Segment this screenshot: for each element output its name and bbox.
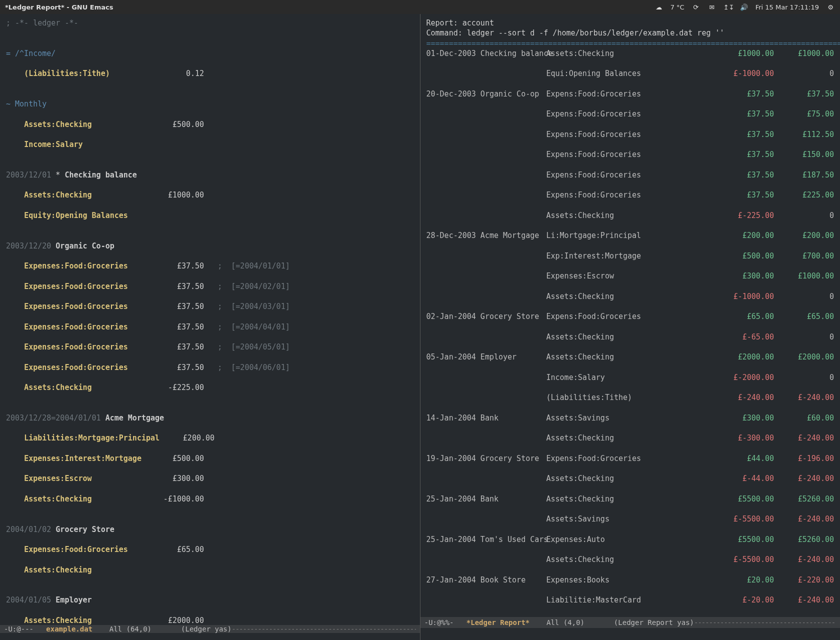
report-row: Expens:Food:Groceries£37.50£75.00 (426, 109, 834, 119)
minibuffer[interactable] (0, 633, 420, 640)
report-row: Exp:Interest:Mortgage£500.00£700.00 (426, 251, 834, 261)
report-row: Assets:Checking£-44.00£-240.00 (426, 474, 834, 484)
ledger-report-buffer[interactable]: Report: account Command: ledger --sort d… (420, 14, 840, 617)
mail-icon[interactable]: ✉ (708, 4, 716, 11)
report-row: Expens:Food:Groceries£37.50£112.50 (426, 130, 834, 140)
modeline-fill: ----------------------------------------… (694, 618, 836, 626)
report-row: Expens:Food:Groceries£37.50£150.00 (426, 150, 834, 160)
report-row: Income:Salary£-2000.000 (426, 372, 834, 382)
power-icon[interactable]: ⚙ (826, 4, 835, 11)
report-row: 28-Dec-2003 Acme MortgageLi:Mortgage:Pri… (426, 230, 834, 240)
report-row: Assets:Savings£-5500.00£-240.00 (426, 514, 834, 524)
weather-icon: ☁ (654, 4, 664, 11)
report-row: 19-Jan-2004 Grocery StoreExpens:Food:Gro… (426, 454, 834, 464)
modeline-status: -U:@--- (4, 625, 34, 633)
modeline-pos: All (4,0) (546, 618, 584, 626)
refresh-icon[interactable]: ⟳ (692, 4, 700, 11)
report-row: Expenses:Escrow£300.00£1000.00 (426, 271, 834, 281)
report-row: Liabilitie:MasterCard£-20.00£-240.00 (426, 595, 834, 605)
report-separator: ========================================… (426, 39, 840, 48)
report-row: Assets:Checking£-1000.000 (426, 292, 834, 302)
modeline-buffer: example.dat (46, 625, 92, 633)
left-modeline: -U:@--- example.dat All (64,0) (Ledger y… (0, 625, 420, 633)
emacs-frame: ; -*- ledger -*- = /^Income/ (Liabilitie… (0, 14, 840, 640)
modeline-mode: (Ledger Report yas) (614, 618, 694, 626)
modeline-status: -U:@%%- (424, 618, 454, 626)
report-row: Expens:Food:Groceries£37.50£225.00 (426, 190, 834, 200)
report-row: 14-Jan-2004 BankAssets:Savings£300.00£60… (426, 413, 834, 423)
tray: ☁ 7 °C ⟳ ✉ ↥↧ 🔊 Fri 15 Mar 17:11:19 ⚙ (654, 4, 835, 11)
report-row: Assets:Checking£-225.000 (426, 210, 834, 220)
modeline-mode: (Ledger yas) (181, 625, 232, 633)
weather-temp: 7 °C (670, 4, 684, 11)
report-row: (Liabilities:Tithe)£-240.00£-240.00 (426, 392, 834, 402)
left-pane: ; -*- ledger -*- = /^Income/ (Liabilitie… (0, 14, 420, 640)
right-modeline: -U:@%%- *Ledger Report* All (4,0) (Ledge… (420, 617, 840, 628)
report-row: Expens:Food:Groceries£37.50£187.50 (426, 170, 834, 180)
report-command: Command: ledger --sort d -f /home/borbus… (426, 28, 724, 38)
report-row: 27-Jan-2004 Book StoreExpenses:Books£20.… (426, 575, 834, 585)
report-row: Assets:Checking£-65.000 (426, 332, 834, 342)
report-row: Equi:Opening Balances£-1000.000 (426, 68, 834, 78)
modeline-buffer: *Ledger Report* (466, 618, 530, 626)
report-row: 20-Dec-2003 Organic Co-opExpens:Food:Gro… (426, 89, 834, 99)
window-title: *Ledger Report* - GNU Emacs (5, 4, 113, 11)
network-icon[interactable]: ↥↧ (724, 4, 732, 11)
volume-icon[interactable]: 🔊 (740, 4, 748, 11)
clock[interactable]: Fri 15 Mar 17:11:19 (756, 4, 819, 11)
modeline-fill: ----------------------------------------… (232, 625, 416, 633)
report-row: Assets:Checking£-5500.00£-240.00 (426, 554, 834, 564)
report-row: 05-Jan-2004 EmployerAssets:Checking£2000… (426, 352, 834, 362)
report-row: Assets:Checking£-300.00£-240.00 (426, 433, 834, 443)
report-row: 02-Jan-2004 Grocery StoreExpens:Food:Gro… (426, 312, 834, 322)
report-row: 25-Jan-2004 Tom's Used CarsExpenses:Auto… (426, 534, 834, 544)
report-row: 01-Dec-2003 Checking balanceAssets:Check… (426, 48, 834, 58)
report-name: Report: account (426, 18, 494, 28)
ledger-source-buffer[interactable]: ; -*- ledger -*- = /^Income/ (Liabilitie… (0, 14, 420, 625)
gnome-topbar: *Ledger Report* - GNU Emacs ☁ 7 °C ⟳ ✉ ↥… (0, 0, 840, 14)
report-row: 25-Jan-2004 BankAssets:Checking£5500.00£… (426, 494, 834, 504)
right-pane: Report: account Command: ledger --sort d… (420, 14, 840, 640)
modeline-pos: All (64,0) (110, 625, 152, 633)
minibuffer-right (420, 628, 840, 640)
